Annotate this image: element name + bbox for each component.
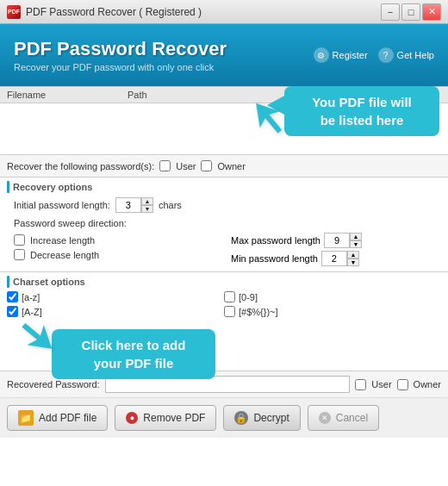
header-left: PDF Password Recover Recover your PDF pa…: [14, 38, 227, 72]
charset-az-checkbox[interactable]: [7, 291, 18, 302]
charset-options-label: Charset options: [0, 272, 448, 290]
title-bar-controls: − □ ✕: [381, 3, 441, 21]
sweep-label: Password sweep direction:: [14, 218, 127, 228]
charset-09-checkbox[interactable]: [224, 291, 235, 302]
recover-label: Recover the following password(s):: [7, 161, 154, 171]
maximize-button[interactable]: □: [401, 3, 420, 21]
register-link[interactable]: ⚙ Register: [314, 47, 368, 63]
min-spin-up[interactable]: ▲: [347, 251, 359, 259]
max-spinner: 9 ▲ ▼: [324, 233, 362, 248]
increase-row: Increase length: [14, 233, 217, 247]
sweep-direction-label-row: Password sweep direction:: [0, 215, 448, 231]
decrease-checkbox[interactable]: [14, 249, 25, 260]
initial-spin-down[interactable]: ▼: [141, 205, 153, 213]
register-icon: ⚙: [314, 47, 329, 63]
recovered-user-checkbox[interactable]: [355, 379, 366, 390]
header-banner: PDF Password Recover Recover your PDF pa…: [0, 24, 448, 86]
sweep-options-row: Increase length Decrease length Max pass…: [0, 231, 448, 268]
app-title: PDF Password Recover: [14, 38, 227, 60]
title-bar: PDF PDF Password Recover ( Registered ) …: [0, 0, 448, 24]
owner-label: Owner: [217, 161, 245, 171]
add-pdf-button[interactable]: 📁 Add PDF file: [7, 405, 108, 431]
initial-length-spinner: 3 ▲ ▼: [115, 197, 153, 213]
user-label: User: [176, 161, 196, 171]
increase-label: Increase length: [30, 235, 95, 246]
help-icon: ?: [378, 47, 394, 63]
arrow-icon-2: [17, 316, 65, 364]
min-spin-down[interactable]: ▼: [347, 259, 359, 266]
charset-special-checkbox[interactable]: [224, 306, 235, 317]
close-button[interactable]: ✕: [422, 3, 441, 21]
charset-09: [0-9]: [224, 290, 441, 304]
decrypt-icon: 🔒: [234, 411, 248, 425]
increase-checkbox[interactable]: [14, 234, 25, 246]
initial-length-input[interactable]: 3: [115, 197, 141, 213]
file-table-body: You PDF file will be listed here: [0, 103, 448, 155]
chars-label: chars: [159, 200, 182, 210]
title-bar-left: PDF PDF Password Recover ( Registered ): [7, 5, 202, 19]
decrypt-button[interactable]: 🔒 Decrypt: [223, 405, 300, 431]
decrease-row: Decrease length: [14, 247, 217, 262]
initial-length-row: Initial password length: 3 ▲ ▼ chars: [0, 195, 448, 215]
remove-pdf-icon: ●: [126, 412, 138, 424]
title-bar-text: PDF Password Recover ( Registered ): [26, 6, 202, 18]
recover-row: Recover the following password(s): User …: [0, 155, 448, 177]
minimize-button[interactable]: −: [381, 3, 400, 21]
remove-pdf-button[interactable]: ● Remove PDF: [115, 405, 216, 431]
max-password-row: Max password length 9 ▲ ▼: [231, 233, 434, 248]
button-bar: 📁 Add PDF file ● Remove PDF 🔒 Decrypt ✕ …: [0, 397, 448, 438]
charset-AZ-label: [A-Z]: [22, 307, 42, 317]
col-filename: Filename: [7, 90, 128, 100]
cancel-button[interactable]: ✕ Cancel: [308, 405, 379, 431]
charset-az: [a-z]: [7, 290, 224, 304]
file-list-tooltip: You PDF file will be listed here: [284, 86, 439, 136]
initial-spin-up[interactable]: ▲: [141, 197, 153, 205]
charset-grid: [a-z] [0-9] [A-Z] [#$%{})~]: [0, 290, 448, 319]
min-password-row: Min password length 2 ▲ ▼: [231, 251, 434, 266]
user-checkbox[interactable]: [159, 160, 171, 171]
max-input[interactable]: 9: [324, 233, 350, 248]
recovered-owner-checkbox[interactable]: [397, 379, 408, 390]
add-pdf-arrow-wrapper: [17, 316, 65, 366]
add-pdf-tooltip: Click here to add your PDF file: [52, 329, 215, 379]
max-spin-up[interactable]: ▲: [350, 233, 362, 240]
min-label: Min password length: [231, 253, 318, 264]
sweep-left-col: Increase length Decrease length: [7, 231, 224, 268]
decrease-label: Decrease length: [30, 250, 99, 260]
header-links: ⚙ Register ? Get Help: [314, 47, 434, 63]
svg-marker-0: [246, 95, 289, 138]
charset-extra-label: [#$%{})~]: [239, 307, 278, 317]
recovered-owner-label: Owner: [414, 379, 441, 389]
recovered-label: Recovered Password:: [7, 379, 100, 389]
app-icon: PDF: [7, 5, 21, 19]
svg-marker-1: [17, 316, 60, 358]
max-spin-down[interactable]: ▼: [350, 240, 362, 248]
help-link[interactable]: ? Get Help: [378, 47, 434, 63]
arrow-icon-1: [246, 95, 289, 138]
recovery-options-label: Recovery options: [0, 178, 448, 195]
app-subtitle: Recover your PDF password with only one …: [14, 62, 227, 72]
add-pdf-icon: 📁: [18, 410, 34, 426]
recovered-user-label: User: [371, 379, 391, 389]
min-spinner: 2 ▲ ▼: [321, 251, 359, 266]
charset-special: [#$%{})~]: [224, 304, 441, 319]
sweep-right-col: Max password length 9 ▲ ▼ Min password l…: [224, 231, 441, 268]
cancel-icon: ✕: [319, 412, 331, 424]
initial-length-label: Initial password length:: [14, 200, 110, 210]
charset-section-wrapper: [a-z] [0-9] [A-Z] [#$%{})~] Click here t…: [0, 290, 448, 319]
charset-09-label: [0-9]: [239, 292, 258, 302]
owner-checkbox[interactable]: [201, 160, 212, 171]
min-input[interactable]: 2: [321, 251, 347, 266]
max-label: Max password length: [231, 235, 320, 246]
charset-az-label: [a-z]: [22, 292, 40, 302]
